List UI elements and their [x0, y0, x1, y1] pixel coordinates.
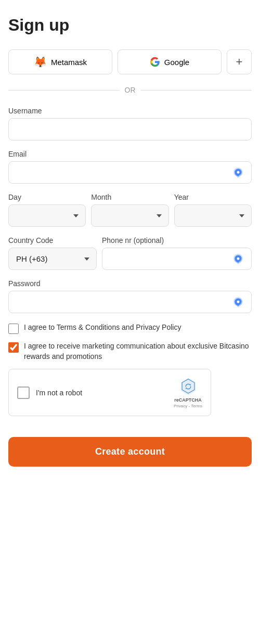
metamask-icon: 🦊: [34, 56, 47, 68]
recaptcha-links: Privacy - Terms: [174, 404, 202, 408]
day-select[interactable]: for(let i=1;i<=31;i++) document.write(`<…: [8, 204, 86, 227]
phone-nr-field: [102, 248, 252, 270]
recaptcha-icon: [178, 377, 198, 396]
phone-labels-row: Country Code Phone nr (optional): [8, 236, 252, 244]
or-text: OR: [125, 86, 136, 94]
metamask-button[interactable]: 🦊 Metamask: [8, 49, 112, 74]
terms-row: I agree to Terms & Conditions and Privac…: [8, 323, 252, 334]
day-field: Day for(let i=1;i<=31;i++) document.writ…: [8, 193, 86, 227]
recaptcha-text: I'm not a robot: [36, 389, 82, 397]
recaptcha-left: I'm not a robot: [17, 387, 82, 399]
recaptcha-brand: reCAPTCHA: [174, 397, 202, 403]
password-field-group: Password: [8, 279, 252, 313]
marketing-checkbox[interactable]: [8, 342, 19, 353]
year-field: Year 20242023202220212020201920182017201…: [174, 193, 252, 227]
recaptcha-checkbox[interactable]: [17, 387, 30, 399]
metamask-label: Metamask: [51, 58, 87, 67]
country-code-label: Country Code: [8, 236, 97, 244]
country-code-select[interactable]: PH (+63) US (+1) GB (+44) AU (+61): [8, 248, 97, 270]
phone-input[interactable]: [102, 248, 252, 270]
terms-checkbox[interactable]: [8, 324, 19, 334]
email-input[interactable]: [8, 161, 252, 184]
country-code-field: PH (+63) US (+1) GB (+44) AU (+61): [8, 248, 97, 270]
month-label: Month: [91, 193, 168, 201]
username-field-group: Username: [8, 107, 252, 140]
password-input[interactable]: [8, 291, 252, 313]
password-label: Password: [8, 279, 252, 288]
recaptcha-container[interactable]: I'm not a robot reCAPTCHA Privacy - Term…: [8, 369, 211, 416]
month-field: Month JanFebMar AprMayJun JulAugSep OctN…: [91, 193, 168, 227]
or-divider: OR: [8, 86, 252, 94]
plus-icon: +: [236, 55, 243, 69]
create-account-button[interactable]: Create account: [8, 437, 252, 467]
email-label: Email: [8, 150, 252, 158]
social-buttons-row: 🦊 Metamask Google +: [8, 49, 252, 74]
more-options-button[interactable]: +: [227, 49, 252, 74]
year-select[interactable]: 2024202320222021202020192018201720162015…: [174, 204, 252, 227]
page-title: Sign up: [8, 16, 252, 35]
recaptcha-logo: reCAPTCHA Privacy - Terms: [174, 377, 202, 408]
phone-row: PH (+63) US (+1) GB (+44) AU (+61): [8, 248, 252, 270]
nordvpn-icon-phone: [231, 252, 245, 266]
marketing-row: I agree to receive marketing communicati…: [8, 341, 252, 362]
google-icon: [150, 57, 160, 67]
email-field-group: Email: [8, 150, 252, 184]
year-label: Year: [174, 193, 252, 201]
date-row: Day for(let i=1;i<=31;i++) document.writ…: [8, 193, 252, 227]
nordvpn-icon-email: [231, 165, 245, 180]
terms-label[interactable]: I agree to Terms & Conditions and Privac…: [24, 323, 181, 333]
day-label: Day: [8, 193, 86, 201]
phone-nr-label: Phone nr (optional): [102, 236, 252, 244]
nordvpn-icon-password: [231, 295, 245, 310]
google-label: Google: [164, 58, 189, 67]
username-input[interactable]: [8, 118, 252, 140]
month-select[interactable]: JanFebMar AprMayJun JulAugSep OctNovDec: [91, 204, 168, 227]
google-button[interactable]: Google: [118, 49, 222, 74]
username-label: Username: [8, 107, 252, 115]
marketing-label[interactable]: I agree to receive marketing communicati…: [24, 341, 252, 362]
